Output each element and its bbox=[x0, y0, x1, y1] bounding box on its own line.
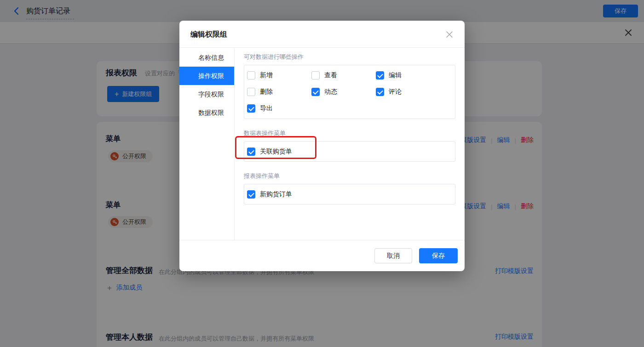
modal-tab-list: 名称信息 操作权限 字段权限 数据权限 bbox=[179, 48, 235, 240]
modal-title: 编辑权限组 bbox=[190, 30, 227, 40]
checkbox-label: 导出 bbox=[260, 104, 273, 113]
checkbox-label: 删除 bbox=[260, 88, 273, 96]
checkbox[interactable] bbox=[376, 71, 384, 80]
table-menu-checkbox-group: 关联购货单 bbox=[244, 141, 455, 162]
modal-content: 可对数据进行哪些操作 新增 查看 编辑 bbox=[235, 48, 465, 240]
cancel-button[interactable]: 取消 bbox=[374, 248, 412, 263]
checkbox-item[interactable]: 编辑 bbox=[376, 70, 455, 80]
checkbox-item[interactable]: 删除 bbox=[247, 87, 311, 97]
checkbox-item[interactable]: 动态 bbox=[311, 87, 376, 97]
checkbox[interactable] bbox=[247, 190, 255, 199]
checkbox-item[interactable]: 新购货订单 bbox=[247, 189, 292, 199]
checkbox[interactable] bbox=[311, 71, 320, 80]
tab-operation-perms[interactable]: 操作权限 bbox=[179, 67, 234, 85]
checkbox[interactable] bbox=[376, 88, 384, 96]
checkbox-item[interactable]: 关联购货单 bbox=[247, 147, 292, 157]
modal-header: 编辑权限组 bbox=[179, 21, 465, 48]
checkbox[interactable] bbox=[247, 88, 255, 96]
checkbox-label: 评论 bbox=[389, 88, 402, 96]
save-button[interactable]: 保存 bbox=[419, 248, 458, 263]
modal-footer: 取消 保存 bbox=[179, 240, 465, 271]
checkbox-label: 编辑 bbox=[389, 71, 402, 80]
modal-close-icon[interactable] bbox=[445, 30, 454, 39]
operations-checkbox-group: 新增 查看 编辑 删除 bbox=[244, 65, 455, 119]
operations-label: 可对数据进行哪些操作 bbox=[244, 53, 455, 61]
report-menu-label: 报表操作菜单 bbox=[244, 172, 455, 180]
checkbox-label: 查看 bbox=[324, 71, 337, 80]
checkbox-label: 新增 bbox=[260, 71, 273, 80]
checkbox-label: 关联购货单 bbox=[260, 148, 292, 156]
checkbox[interactable] bbox=[311, 88, 320, 96]
checkbox-label: 动态 bbox=[324, 88, 337, 96]
tab-name-info[interactable]: 名称信息 bbox=[179, 48, 234, 67]
checkbox[interactable] bbox=[247, 148, 255, 156]
modal-body: 名称信息 操作权限 字段权限 数据权限 可对数据进行哪些操作 新增 查看 bbox=[179, 48, 465, 240]
table-menu-label: 数据表操作菜单 bbox=[244, 129, 455, 137]
checkbox-item[interactable]: 导出 bbox=[247, 103, 311, 114]
checkbox-item[interactable]: 评论 bbox=[376, 87, 455, 97]
tab-data-perms[interactable]: 数据权限 bbox=[179, 103, 234, 122]
tab-field-perms[interactable]: 字段权限 bbox=[179, 85, 234, 103]
edit-permission-group-modal: 编辑权限组 名称信息 操作权限 字段权限 数据权限 可对数据进行哪些操作 新增 bbox=[179, 21, 465, 271]
checkbox-item[interactable]: 新增 bbox=[247, 70, 311, 80]
checkbox-item[interactable]: 查看 bbox=[311, 70, 376, 80]
checkbox[interactable] bbox=[247, 104, 255, 113]
report-menu-checkbox-group: 新购货订单 bbox=[244, 184, 455, 205]
app-screen: 购货订单记录 保存 报表权限 设置对应的「 + 新建权限组 菜单 打印模版设置 … bbox=[0, 0, 644, 347]
checkbox[interactable] bbox=[247, 71, 255, 80]
checkbox-label: 新购货订单 bbox=[260, 190, 292, 199]
